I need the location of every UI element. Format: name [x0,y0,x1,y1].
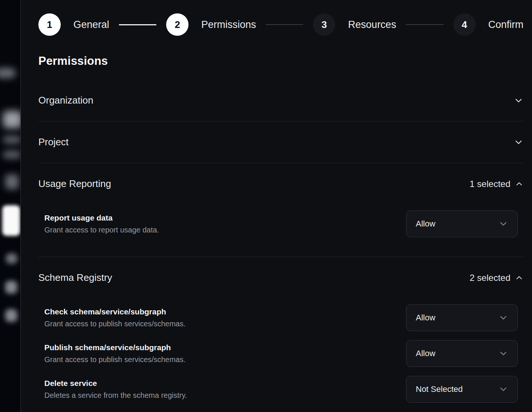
section-header-usage-reporting[interactable]: Usage Reporting 1 selected [38,163,523,205]
background-app-sidebar [0,0,20,412]
permission-title: Delete service [44,379,187,388]
section-title: Usage Reporting [38,178,111,190]
page-title: Permissions [38,54,523,68]
select-value: Allow [416,349,436,358]
permission-list: Report usage data Grant access to report… [38,205,523,257]
permission-description: Grant access to publish services/schemas… [44,320,186,328]
permission-sections: Organization Project Usage Reporting [38,80,523,412]
blurred-sidebar-nav-item [5,309,17,322]
chevron-down-icon [498,219,508,229]
blurred-sidebar-nav-item [5,281,17,294]
permission-row-report-usage-data: Report usage data Grant access to report… [44,210,518,237]
permission-select-report-usage-data[interactable]: Allow [406,210,518,237]
section-title: Organization [38,95,93,106]
step-connector [119,24,156,25]
permission-title: Publish schema/service/subgraph [44,343,186,352]
step-number-badge: 4 [453,13,476,36]
permission-select-check-schema[interactable]: Allow [406,304,518,331]
section-title: Schema Registry [38,272,112,283]
chevron-up-icon [515,180,523,188]
chevron-down-icon [498,384,508,394]
step-resources[interactable]: 3 Resources [313,13,396,36]
permission-title: Report usage data [44,213,159,222]
permission-select-publish-schema[interactable]: Allow [406,340,518,367]
blurred-sidebar-icon [5,174,19,189]
select-value: Not Selected [416,384,463,394]
step-label: Confirm [488,19,524,31]
chevron-down-icon [498,313,508,323]
select-value: Allow [416,219,436,229]
permission-description: Grant access to report usage data. [44,226,159,234]
section-header-schema-registry[interactable]: Schema Registry 2 selected [38,257,523,298]
permission-row-delete-service: Delete service Deletes a service from th… [44,376,518,403]
section-organization: Organization [38,80,523,121]
blurred-sidebar-pill [0,68,16,78]
selected-count-badge: 1 selected [470,179,510,189]
blurred-sidebar-heading [3,111,20,128]
permission-select-delete-service[interactable]: Not Selected [406,376,518,403]
select-value: Allow [416,313,436,323]
permission-row-publish-schema: Publish schema/service/subgraph Grant ac… [44,340,518,367]
chevron-down-icon [514,96,523,105]
section-header-organization[interactable]: Organization [38,80,523,121]
blurred-sidebar-nav-item [6,253,17,264]
create-token-wizard-panel: 1 General 2 Permissions 3 Resources 4 Co… [20,0,532,412]
chevron-down-icon [514,137,523,147]
chevron-down-icon [498,349,508,358]
section-schema-registry: Schema Registry 2 selected Check schema/… [38,257,523,412]
section-header-project[interactable]: Project [38,121,523,163]
permission-description: Grant access to publish services/schemas… [44,355,186,364]
section-project: Project [38,121,523,163]
screen: 1 General 2 Permissions 3 Resources 4 Co… [0,0,532,412]
step-label: Resources [348,19,396,31]
blurred-sidebar-text-line [3,136,20,144]
step-confirm[interactable]: 4 Confirm [453,13,524,36]
permission-row-check-schema: Check schema/service/subgraph Grant acce… [44,304,518,331]
step-connector [406,24,443,25]
chevron-up-icon [515,273,523,282]
blurred-sidebar-text-line [3,150,20,159]
wizard-stepper: 1 General 2 Permissions 3 Resources 4 Co… [38,13,523,36]
blurred-sidebar-card [2,205,20,236]
section-title: Project [38,136,69,148]
step-number-badge: 2 [166,13,189,36]
step-label: Permissions [201,19,256,31]
step-permissions[interactable]: 2 Permissions [166,13,256,36]
permission-title: Check schema/service/subgraph [44,307,186,316]
step-label: General [73,19,109,31]
step-connector [266,24,303,25]
step-general[interactable]: 1 General [38,13,109,36]
step-number-badge: 3 [313,13,335,36]
step-number-badge: 1 [38,13,61,36]
selected-count-badge: 2 selected [470,273,510,283]
permission-description: Deletes a service from the schema regist… [44,391,187,400]
section-usage-reporting: Usage Reporting 1 selected Report usage … [38,163,523,257]
permission-list: Check schema/service/subgraph Grant acce… [38,298,523,412]
